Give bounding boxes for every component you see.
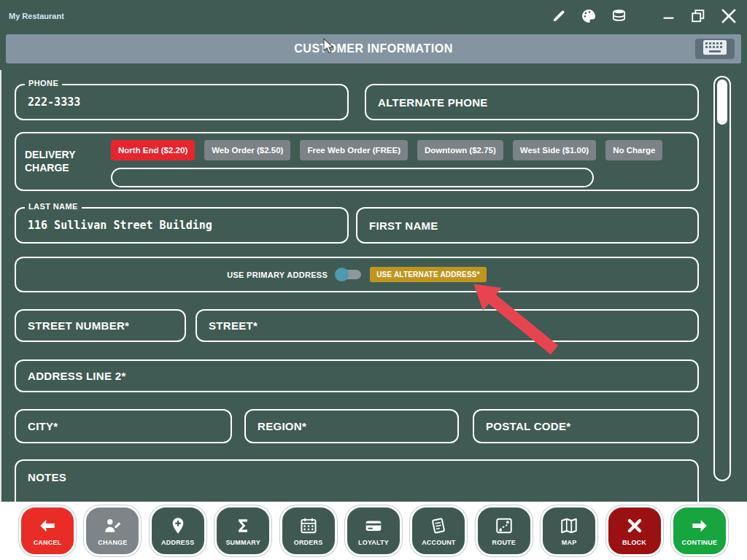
address-mode-row: USE PRIMARY ADDRESS USE ALTERNATE ADDRES… [15, 257, 699, 292]
app-window: My Restaurant [0, 0, 747, 560]
block-label: BLOCK [622, 539, 646, 546]
delivery-charge-section: DELIVERY CHARGE North End ($2.20) Web Or… [15, 132, 699, 191]
mouse-cursor [323, 38, 336, 58]
route-button[interactable]: ROUTE [476, 505, 533, 556]
annotation-arrow [460, 279, 576, 365]
alternate-phone-label: ALTERNATE PHONE [378, 96, 488, 109]
loyalty-label: LOYALTY [358, 539, 389, 546]
street-number-field[interactable]: STREET NUMBER* [15, 309, 186, 342]
route-label: ROUTE [492, 539, 516, 546]
orders-button[interactable]: ORDERS [280, 505, 337, 556]
address-line2-field[interactable]: ADDRESS LINE 2* [15, 359, 699, 392]
cancel-button[interactable]: CANCEL [19, 505, 76, 556]
map-button[interactable]: MAP [541, 505, 597, 556]
notes-label: NOTES [28, 471, 66, 483]
postal-code-label: POSTAL CODE* [486, 420, 570, 432]
street-number-label: STREET NUMBER* [28, 319, 129, 332]
block-x-icon [624, 516, 646, 538]
arrow-left-icon [36, 516, 58, 538]
toggle-knob [335, 268, 349, 281]
map-label: MAP [562, 539, 577, 546]
city-field[interactable]: CITY* [15, 409, 232, 443]
bottom-navbar: CANCEL CHANGE ADDRESS [0, 502, 747, 560]
keyboard-button[interactable] [695, 39, 735, 59]
address-label: ADDRESS [161, 539, 194, 546]
street-field[interactable]: STREET* [196, 309, 699, 342]
delivery-charge-label: DELIVERY CHARGE [25, 148, 92, 176]
folded-map-icon [558, 516, 580, 538]
delivery-option-north-end[interactable]: North End ($2.20) [111, 140, 195, 160]
phone-label: PHONE [25, 79, 62, 88]
street-label: STREET* [209, 319, 258, 332]
change-button[interactable]: CHANGE [84, 505, 141, 556]
delivery-charge-options: North End ($2.20) Web Order ($2.50) Free… [111, 140, 662, 160]
delivery-option-west-side[interactable]: West Side ($1.00) [513, 140, 596, 160]
scrollbar-thumb[interactable] [717, 79, 727, 125]
use-primary-address-toggle[interactable] [336, 270, 361, 279]
continue-button[interactable]: CONTINUE [671, 505, 728, 556]
palette-icon[interactable] [580, 7, 597, 25]
use-primary-address-label: USE PRIMARY ADDRESS [227, 271, 328, 279]
location-pin-icon [167, 516, 189, 538]
phone-field[interactable]: PHONE 222-3333 [15, 84, 349, 120]
first-name-field[interactable]: FIRST NAME [356, 207, 699, 244]
database-icon[interactable] [611, 8, 627, 25]
region-field[interactable]: REGION* [244, 409, 459, 443]
block-button[interactable]: BLOCK [606, 505, 663, 556]
change-label: CHANGE [98, 539, 127, 546]
last-name-value: 116 Sullivan Street Building [28, 219, 212, 232]
summary-button[interactable]: SUMMARY [214, 505, 271, 556]
city-label: CITY* [28, 420, 58, 432]
panel-left-edge [0, 70, 1, 502]
address-line2-label: ADDRESS LINE 2* [28, 370, 126, 382]
last-name-field[interactable]: LAST NAME 116 Sullivan Street Building [15, 207, 349, 244]
summary-label: SUMMARY [225, 539, 260, 546]
loyalty-button[interactable]: LOYALTY [345, 505, 402, 556]
page-title: CUSTOMER INFORMATION [294, 42, 452, 55]
delivery-option-web-order[interactable]: Web Order ($2.50) [204, 140, 290, 160]
delivery-option-downtown[interactable]: Downtown ($2.75) [417, 140, 503, 160]
app-title: My Restaurant [9, 12, 64, 20]
receipt-icon [427, 516, 449, 538]
header-bar: CUSTOMER INFORMATION [6, 34, 741, 63]
last-name-label: LAST NAME [25, 202, 82, 211]
edit-customer-icon [101, 516, 123, 538]
delivery-option-free-web-order[interactable]: Free Web Order (FREE) [300, 140, 408, 160]
region-label: REGION* [258, 420, 306, 432]
account-button[interactable]: ACCOUNT [410, 505, 467, 556]
route-map-icon [493, 516, 515, 538]
address-button[interactable]: ADDRESS [150, 505, 206, 556]
close-button[interactable] [719, 7, 738, 26]
calendar-icon [298, 516, 320, 538]
cancel-label: CANCEL [34, 539, 62, 546]
sigma-icon [232, 516, 254, 538]
delivery-charge-custom-input[interactable] [111, 168, 594, 187]
keyboard-icon [703, 39, 727, 58]
vertical-scrollbar[interactable] [713, 76, 731, 481]
alternate-phone-field[interactable]: ALTERNATE PHONE [365, 84, 699, 120]
account-label: ACCOUNT [422, 539, 455, 546]
edit-pencil-icon[interactable] [551, 8, 567, 24]
restore-button[interactable] [690, 8, 706, 24]
titlebar-icons [551, 7, 738, 26]
titlebar: My Restaurant [0, 0, 747, 32]
delivery-option-no-charge[interactable]: No Charge [605, 140, 662, 160]
continue-label: CONTINUE [682, 539, 718, 546]
arrow-right-icon [689, 516, 711, 538]
minimize-button[interactable] [661, 8, 677, 24]
orders-label: ORDERS [294, 539, 323, 546]
first-name-label: FIRST NAME [369, 219, 438, 232]
phone-value: 222-3333 [28, 96, 80, 109]
postal-code-field[interactable]: POSTAL CODE* [473, 409, 699, 443]
loyalty-card-icon [363, 516, 384, 538]
